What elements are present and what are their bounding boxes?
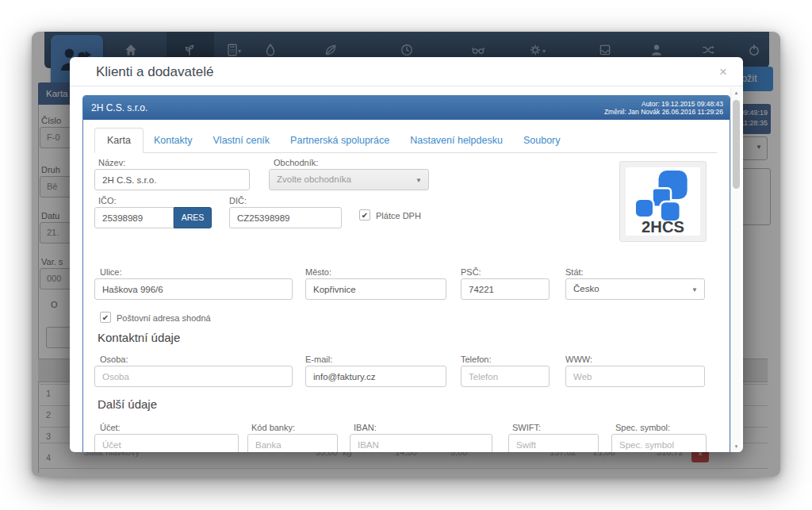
name-input[interactable] bbox=[94, 169, 250, 190]
scrollbar-thumb[interactable] bbox=[733, 100, 740, 189]
other-section-heading: Další údaje bbox=[98, 397, 157, 411]
vat-payer-label: Plátce DPH bbox=[376, 211, 421, 220]
email-label: E-mail: bbox=[305, 355, 332, 364]
city-input[interactable] bbox=[305, 278, 446, 300]
2hcs-logo-icon: 2HCS bbox=[630, 168, 696, 235]
country-select-value: Česko bbox=[573, 284, 599, 293]
name-label: Název: bbox=[98, 158, 125, 167]
country-label: Stát: bbox=[565, 267, 584, 277]
www-label: WWW: bbox=[565, 355, 592, 364]
modified-line: Změnil: Jan Novák 26.06.2016 11:29:26 bbox=[604, 108, 723, 117]
person-input[interactable] bbox=[94, 366, 293, 387]
svg-text:2HCS: 2HCS bbox=[642, 218, 684, 235]
zip-input[interactable] bbox=[461, 278, 550, 300]
person-label: Osoba: bbox=[100, 355, 128, 364]
dic-label: DIČ: bbox=[229, 196, 247, 205]
ico-input-group: ARES bbox=[94, 207, 212, 228]
tab-bar: Karta Kontakty Vlastní ceník Partnerská … bbox=[94, 128, 717, 153]
swift-input[interactable] bbox=[508, 434, 599, 452]
panel-body: Karta Kontakty Vlastní ceník Partnerská … bbox=[83, 120, 730, 452]
ico-input[interactable] bbox=[94, 207, 174, 228]
salesman-select-value: Zvolte obchodníka bbox=[277, 174, 351, 184]
tab-karta[interactable]: Karta bbox=[94, 128, 144, 153]
country-select[interactable]: Česko ▼ bbox=[565, 278, 705, 300]
caret-down-icon: ▼ bbox=[416, 171, 422, 190]
phone-input[interactable] bbox=[461, 366, 550, 387]
clients-suppliers-modal: Klienti a dodavatelé × ▴ ▾ 2H C.S. s.r.o… bbox=[70, 57, 743, 452]
iban-label: IBAN: bbox=[354, 423, 377, 432]
tab-vlastni-cenik[interactable]: Vlastní ceník bbox=[203, 128, 281, 152]
scroll-down-icon[interactable]: ▾ bbox=[731, 441, 741, 452]
ico-label: IČO: bbox=[98, 196, 117, 205]
record-meta: Autor: 19.12.2015 09:48:43 Změnil: Jan N… bbox=[604, 100, 723, 117]
client-detail-panel: 2H C.S. s.r.o. Autor: 19.12.2015 09:48:4… bbox=[82, 95, 730, 452]
modal-title: Klienti a dodavatelé bbox=[96, 64, 213, 80]
panel-header: 2H C.S. s.r.o. Autor: 19.12.2015 09:48:4… bbox=[83, 96, 730, 120]
dic-input[interactable] bbox=[229, 207, 342, 228]
iban-input[interactable] bbox=[350, 434, 492, 452]
company-logo: 2HCS bbox=[626, 167, 700, 236]
company-logo-frame: 2HCS bbox=[619, 161, 707, 242]
salesman-label: Obchodník: bbox=[274, 158, 318, 167]
modal-header: Klienti a dodavatelé × bbox=[70, 57, 743, 86]
account-label: Účet: bbox=[100, 423, 121, 432]
author-line: Autor: 19.12.2015 09:48:43 bbox=[604, 100, 723, 109]
spec-symbol-label: Spec. symbol: bbox=[615, 423, 670, 432]
company-name: 2H C.S. s.r.o. bbox=[91, 102, 147, 113]
phone-label: Telefon: bbox=[461, 355, 492, 364]
salesman-select[interactable]: Zvolte obchodníka ▼ bbox=[269, 169, 429, 190]
www-input[interactable] bbox=[565, 366, 705, 387]
modal-scrollbar[interactable]: ▴ ▾ bbox=[730, 87, 741, 452]
city-label: Město: bbox=[305, 267, 331, 277]
scroll-up-icon[interactable]: ▴ bbox=[731, 87, 741, 98]
spec-symbol-input[interactable] bbox=[611, 434, 707, 452]
check-icon: ✔ bbox=[360, 210, 370, 220]
bank-code-input[interactable] bbox=[247, 434, 338, 452]
postal-address-checkbox[interactable]: ✔ bbox=[100, 312, 111, 323]
close-icon[interactable]: × bbox=[719, 64, 727, 80]
postal-address-label: Poštovní adresa shodná bbox=[117, 313, 211, 323]
street-label: Ulice: bbox=[100, 267, 122, 277]
ares-button[interactable]: ARES bbox=[174, 207, 212, 228]
vat-payer-checkbox[interactable]: ✔ bbox=[359, 209, 370, 220]
contact-section-heading: Kontaktní údaje bbox=[98, 331, 180, 344]
swift-label: SWIFT: bbox=[512, 423, 541, 432]
tab-soubory[interactable]: Soubory bbox=[513, 128, 571, 152]
bank-code-label: Kód banky: bbox=[251, 423, 295, 432]
check-icon: ✔ bbox=[101, 313, 110, 323]
zip-label: PSČ: bbox=[461, 267, 481, 277]
tab-nastaveni-helpdesku[interactable]: Nastavení helpdesku bbox=[400, 128, 513, 152]
screenshot-canvas: ▾ ▾ bbox=[0, 0, 812, 510]
email-input[interactable] bbox=[305, 366, 446, 387]
account-input[interactable] bbox=[94, 434, 239, 452]
caret-down-icon: ▼ bbox=[691, 280, 698, 300]
street-input[interactable] bbox=[94, 278, 293, 300]
tab-kontakty[interactable]: Kontakty bbox=[144, 128, 203, 152]
tab-partnerska-spoluprace[interactable]: Partnerská spolupráce bbox=[280, 128, 400, 152]
